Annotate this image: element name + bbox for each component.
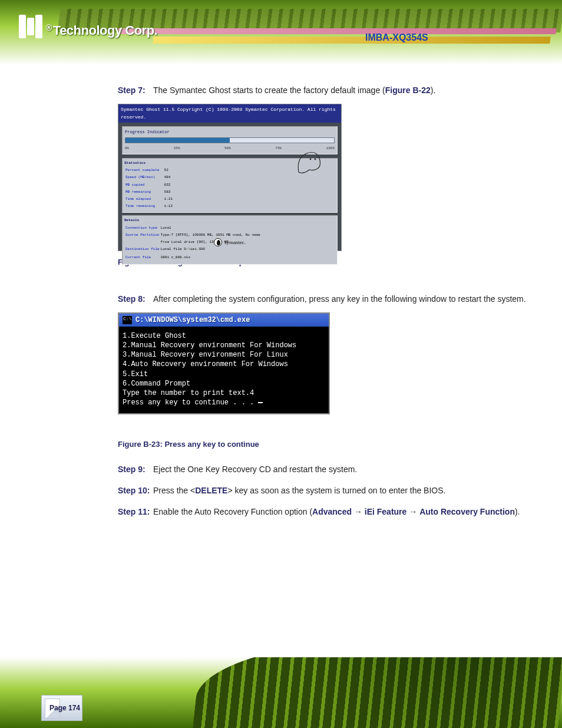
step-10: Step 10: Press the <DELETE> key as soon … (118, 484, 538, 498)
ghost-progress-bar (125, 137, 335, 143)
page-badge: Page 174 (41, 695, 82, 721)
cmd-title: C:\WINDOWS\system32\cmd.exe (135, 315, 250, 325)
ghost-details-header: Details (124, 218, 335, 223)
step-10-text-b: > key as soon as the system is turned on… (227, 486, 445, 495)
page-number-wrap: Page 174 (41, 695, 82, 721)
stat-percent-l: Percent complete (125, 167, 163, 173)
bios-path-3: Auto Recovery Function (419, 507, 515, 516)
page-number: Page 174 (44, 704, 80, 712)
ghost-stats-table: Percent complete52 Speed (MB/min)484 MB … (124, 166, 177, 210)
step-number: Step 8: (118, 292, 146, 307)
ghost-doodle-icon (294, 149, 323, 175)
logo-mark-icon (19, 15, 42, 38)
yellow-strip-graphic (153, 37, 551, 44)
cmd-l1: 1.Execute Ghost (123, 332, 186, 340)
ghost-titlebar: Symantec Ghost 11.5 Copyright (C) 1998-2… (118, 104, 341, 123)
cmd-l4: 4.Auto Recovery environment For Windows (123, 360, 288, 368)
det-srcp-l: Source Partition (125, 232, 160, 238)
det-dest-l: Destination file (125, 246, 160, 252)
cmd-icon: C:\ (123, 316, 132, 324)
step-8-text: After completing the system configuratio… (153, 294, 526, 304)
stat-elapsed-l: Time elapsed (125, 196, 163, 202)
stat-copied-l: MB copied (125, 182, 163, 188)
step-10-text-a: Press the < (153, 486, 195, 495)
cmd-l2: 2.Manual Recovery environment For Window… (123, 341, 296, 350)
arrow-icon: → (409, 507, 417, 516)
tick-0: 0% (125, 146, 129, 151)
stat-speed-v: 484 (164, 174, 176, 180)
cmd-l7: Type the number to print text.4 (123, 389, 254, 397)
stat-remain-l: MB remaining (125, 189, 163, 195)
step-7-text-a: The Symantec Ghost starts to create the … (153, 85, 385, 95)
det-cur-l: Current file (125, 255, 160, 261)
det-dest-v: Local file D:\iei.GHO (161, 246, 260, 252)
svg-point-1 (315, 158, 316, 160)
figure-23-caption: Figure B-23: Press any key to continue (118, 438, 538, 451)
tick-100: 100% (326, 146, 335, 151)
step-number: Step 11: (118, 505, 150, 519)
cmd-screenshot: C:\ C:\WINDOWS\system32\cmd.exe 1.Execut… (118, 312, 330, 415)
cmd-l6: 6.Command Prompt (123, 380, 190, 388)
step-7-text-b: ). (431, 85, 436, 95)
arrow-icon: → (354, 507, 362, 516)
top-banner: ®Technology Corp. IMBA-XQ354S (0, 0, 562, 65)
svg-point-0 (310, 158, 312, 160)
ghost-screenshot: Symantec Ghost 11.5 Copyright (C) 1998-2… (118, 104, 342, 251)
bios-path-2: iEi Feature (365, 507, 407, 516)
stat-speed-l: Speed (MB/min) (125, 174, 163, 180)
stat-elapsed-v: 1:21 (164, 196, 176, 202)
symantec-text: symantec. (224, 239, 246, 245)
tick-50: 50% (224, 146, 231, 151)
stat-remain-v: 583 (164, 189, 176, 195)
stat-copied-v: 632 (164, 182, 176, 188)
bios-path-1: Advanced (312, 507, 352, 516)
step-11-text-a: Enable the Auto Recovery Function option… (153, 507, 312, 516)
ghost-progress-label: Progress Indicator (125, 129, 335, 136)
pink-strip-graphic (117, 28, 556, 34)
stat-tremain-l: Time remaining (125, 203, 163, 209)
bottom-banner: Page 174 (0, 657, 562, 728)
cmd-l5: 5.Exit (123, 370, 148, 378)
cmd-cursor-icon (258, 402, 263, 403)
tick-25: 25% (174, 146, 180, 151)
cmd-l3: 3.Manual Recovery environment For Linux (123, 351, 288, 359)
brand-logo: ®Technology Corp. (19, 15, 157, 38)
cmd-body: 1.Execute Ghost 2.Manual Recovery enviro… (119, 327, 329, 414)
stat-tremain-v: 1:12 (164, 203, 176, 209)
det-srcp-v: Type:7 [NTFS], 100006 MB, 1951 MB used, … (161, 232, 260, 238)
step-11-text-b: ). (515, 507, 520, 516)
product-name: IMBA-XQ354S (365, 32, 428, 43)
circuit-swoop-graphic (191, 657, 562, 728)
page-content: Step 7: The Symantec Ghost starts to cre… (0, 65, 562, 519)
ghost-footer: symantec. (118, 238, 341, 247)
registered-symbol: ® (46, 23, 52, 32)
step-number: Step 10: (118, 484, 150, 498)
det-conn-v: Local (161, 225, 260, 231)
cmd-l8: Press any key to continue . . . (123, 398, 258, 407)
step-number: Step 7: (118, 84, 146, 98)
figure-ref: Figure B-22 (385, 85, 431, 95)
tick-75: 75% (275, 146, 282, 151)
step-number: Step 9: (118, 463, 146, 477)
symantec-logo-icon (214, 238, 222, 246)
brand-text: Technology Corp. (53, 23, 157, 38)
step-8: Step 8: After completing the system conf… (118, 292, 538, 307)
det-conn-l: Connection type (125, 225, 160, 231)
step-9-text: Eject the One Key Recovery CD and restar… (153, 465, 357, 474)
delete-key: DELETE (195, 486, 227, 495)
step-7: Step 7: The Symantec Ghost starts to cre… (118, 84, 538, 98)
cmd-title-bar: C:\ C:\WINDOWS\system32\cmd.exe (119, 314, 329, 327)
step-11: Step 11: Enable the Auto Recovery Functi… (118, 505, 538, 519)
step-9: Step 9: Eject the One Key Recovery CD an… (118, 463, 538, 477)
det-cur-v: 3891 c_869.nls (161, 255, 260, 261)
stat-percent-v: 52 (164, 167, 176, 173)
